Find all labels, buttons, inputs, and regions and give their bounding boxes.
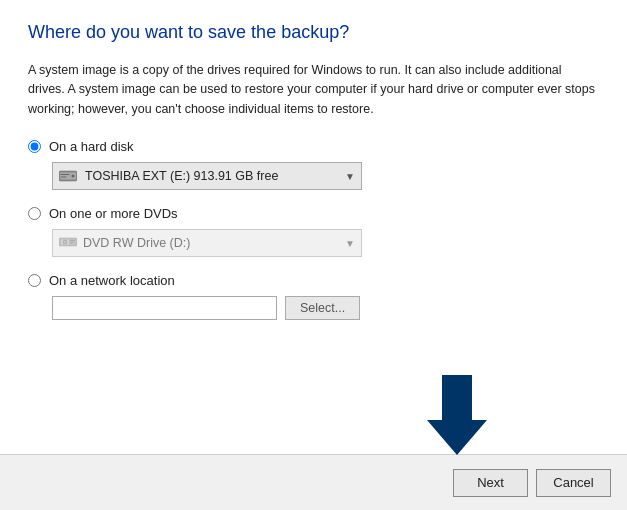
network-label: On a network location [49,273,175,288]
page-container: Where do you want to save the backup? A … [0,0,627,510]
hard-disk-option[interactable]: On a hard disk [28,139,599,154]
content-area: On a hard disk [0,129,627,454]
arrow-indicator [427,375,487,458]
hard-disk-dropdown-inner: TOSHIBA EXT (E:) 913.91 GB free [59,169,278,183]
svg-marker-11 [427,375,487,455]
svg-point-10 [64,241,65,242]
hdd-icon [59,169,79,183]
dvd-section: On one or more DVDs [28,206,599,257]
dvd-label: On one or more DVDs [49,206,178,221]
page-title: Where do you want to save the backup? [28,22,599,43]
hard-disk-dropdown[interactable]: TOSHIBA EXT (E:) 913.91 GB free ▼ [52,162,362,190]
hard-disk-section: On a hard disk [28,139,599,190]
network-radio[interactable] [28,274,41,287]
svg-point-2 [72,175,75,178]
dvd-dropdown[interactable]: DVD RW Drive (D:) ▼ [52,229,362,257]
dvd-radio[interactable] [28,207,41,220]
svg-rect-8 [70,242,73,243]
header: Where do you want to save the backup? A … [0,0,627,129]
description-text: A system image is a copy of the drives r… [28,61,598,119]
hard-disk-dropdown-arrow: ▼ [345,171,355,182]
svg-rect-7 [70,240,75,241]
dvd-option[interactable]: On one or more DVDs [28,206,599,221]
network-option[interactable]: On a network location [28,273,599,288]
network-row: Select... [52,296,599,320]
select-button[interactable]: Select... [285,296,360,320]
dvd-dropdown-inner: DVD RW Drive (D:) [59,236,190,251]
hard-disk-dropdown-value: TOSHIBA EXT (E:) 913.91 GB free [85,169,278,183]
cancel-button[interactable]: Cancel [536,469,611,497]
dvd-dropdown-arrow: ▼ [345,238,355,249]
hard-disk-radio[interactable] [28,140,41,153]
hard-disk-label: On a hard disk [49,139,134,154]
hard-disk-dropdown-row: TOSHIBA EXT (E:) 913.91 GB free ▼ [52,162,599,190]
dvd-dropdown-row: DVD RW Drive (D:) ▼ [52,229,599,257]
next-button[interactable]: Next [453,469,528,497]
network-section: On a network location Select... [28,273,599,320]
dvd-icon [59,236,77,251]
svg-rect-4 [61,177,67,178]
dvd-dropdown-value: DVD RW Drive (D:) [83,236,190,250]
footer: Next Cancel [0,454,627,510]
network-input[interactable] [52,296,277,320]
svg-rect-3 [61,174,70,175]
